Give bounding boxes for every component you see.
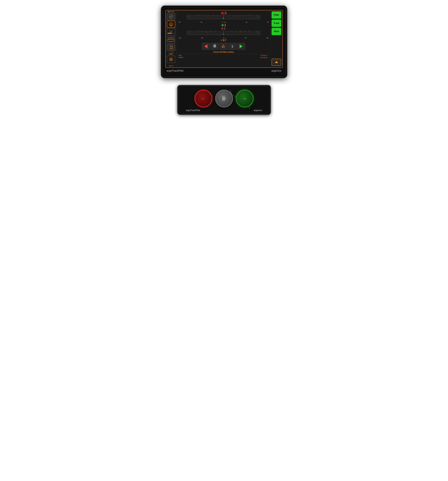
gear-button[interactable] xyxy=(167,56,175,63)
main-display-unit: argoTrackPilot Regler Drift xyxy=(161,6,287,78)
argonics-sidebar-label: argonics xyxy=(169,65,173,67)
up-arrow-icon xyxy=(274,60,278,64)
pad-label-left: argoTrackPilot xyxy=(186,109,200,112)
top-value-display: -0.5 xyxy=(220,11,227,15)
middle-gray-button[interactable] xyxy=(215,90,233,107)
top-ruler-svg xyxy=(178,15,269,21)
svg-marker-56 xyxy=(275,61,278,63)
svg-rect-13 xyxy=(169,59,170,60)
top-ruler-section: -0.5 xyxy=(178,11,269,23)
beladen-icon: beladen xyxy=(167,36,175,43)
screen-logo: argoTrackPilot xyxy=(168,11,175,12)
left-arrow-icon: ← xyxy=(201,96,206,101)
right-green-button[interactable]: → xyxy=(236,90,254,107)
brand-label-left: argoTrackPilot xyxy=(167,69,183,72)
up-arrow-button[interactable] xyxy=(272,59,281,66)
control-buttons-container: ← → xyxy=(195,90,254,107)
svg-text:beladen: beladen xyxy=(169,41,173,42)
svg-rect-17 xyxy=(169,60,170,61)
pad-label-right: argonics xyxy=(254,109,262,112)
svg-rect-54 xyxy=(232,45,232,48)
bottom-ruler-svg xyxy=(178,31,269,37)
folge-label: FOLGE ZOSTERA (1410m) xyxy=(178,51,269,53)
profil-label: Profil beladen xyxy=(179,54,183,58)
km-box: km 488.6 xyxy=(168,51,173,55)
arrow-right-icon xyxy=(240,44,243,48)
bottom-ruler-section: -160 -80 0 m 80 160 < 0.7 xyxy=(178,31,269,42)
svg-point-0 xyxy=(169,15,173,18)
track-button[interactable]: Track xyxy=(272,20,281,27)
svg-rect-18 xyxy=(172,60,173,61)
svg-rect-52 xyxy=(214,44,215,47)
check-icon xyxy=(169,14,173,19)
filter-button[interactable]: Filter xyxy=(272,11,281,19)
home-icon xyxy=(169,22,173,26)
left-sidebar: argoTrackPilot Regler Drift xyxy=(166,10,177,68)
main-content-area: -0.5 xyxy=(177,10,270,68)
control-pad: ← → argoTrackPilot argonics xyxy=(177,85,271,115)
svg-rect-53 xyxy=(222,46,223,48)
gear-icon xyxy=(169,57,173,61)
svg-rect-14 xyxy=(172,59,173,60)
main-unit-bottom-labels: argoTrackPilot argonics xyxy=(165,68,283,72)
top-ruler-wrap: -90 -45 0 °/min 45 90 xyxy=(178,15,269,23)
right-panel: Filter Track Aktiv xyxy=(270,10,282,68)
arrow-left-button[interactable] xyxy=(202,43,210,50)
arrow-left-icon xyxy=(205,44,207,48)
bars-button[interactable] xyxy=(228,43,236,50)
top-ruler-labels: -90 -45 0 °/min 45 90 xyxy=(178,21,269,23)
map-button[interactable] xyxy=(167,44,175,51)
svg-rect-57 xyxy=(222,96,223,101)
bottom-info-bar: Profil beladen 0.0 km/h 〰 15.6 km/h ○ xyxy=(178,54,269,59)
bars-icon xyxy=(230,44,235,49)
bottom-ruler-labels: -160 -80 0 m 80 160 xyxy=(178,37,269,39)
svg-rect-11 xyxy=(171,58,171,58)
mid-value-2: 0.1 xyxy=(221,27,226,30)
regler-drift-button[interactable]: Regler Drift xyxy=(167,28,175,36)
svg-rect-15 xyxy=(169,58,170,59)
aktiv-button[interactable]: Aktiv xyxy=(272,28,281,35)
svg-rect-55 xyxy=(232,45,233,48)
home-button[interactable] xyxy=(167,21,175,28)
speed-info: 0.0 km/h 〰 15.6 km/h ○ xyxy=(260,54,268,59)
regler-bar xyxy=(167,33,175,34)
right-arrow-icon: → xyxy=(242,96,247,101)
left-red-button[interactable]: ← xyxy=(195,90,213,107)
map-icon xyxy=(169,45,173,49)
arrow-right-button[interactable] xyxy=(237,43,245,50)
svg-marker-1 xyxy=(169,23,173,26)
svg-rect-16 xyxy=(172,58,173,59)
main-screen: argoTrackPilot Regler Drift xyxy=(165,10,283,68)
svg-rect-12 xyxy=(171,60,171,61)
middle-button-icon xyxy=(221,96,227,102)
svg-rect-58 xyxy=(224,96,224,101)
thumbsup-button[interactable] xyxy=(220,43,228,50)
plant-icon xyxy=(212,44,217,49)
check-button[interactable] xyxy=(167,13,175,20)
mid-values-section: -0.1 0.1 xyxy=(178,23,269,30)
plant-button[interactable] xyxy=(211,43,219,50)
beladen-button[interactable]: beladen xyxy=(167,36,175,43)
nav-buttons-row xyxy=(178,42,269,50)
control-pad-labels: argoTrackPilot argonics xyxy=(185,107,264,112)
mid-value-1: -0.1 xyxy=(221,23,226,27)
svg-point-9 xyxy=(170,59,172,60)
thumbsup-icon xyxy=(221,44,226,49)
bottom-value-display: < 0.7 xyxy=(221,39,226,42)
bottom-ruler-wrap: -160 -80 0 m 80 160 xyxy=(178,31,269,39)
brand-label-right: argonics xyxy=(271,69,281,72)
